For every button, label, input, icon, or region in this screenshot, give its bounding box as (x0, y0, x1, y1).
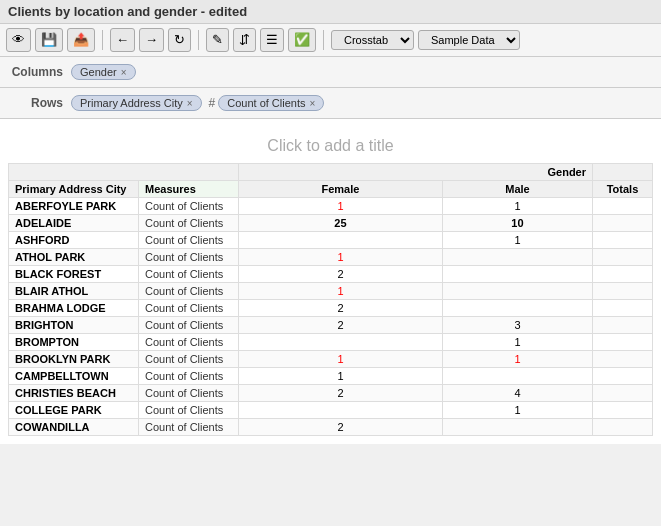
table-row: BRAHMA LODGECount of Clients2 (9, 300, 653, 317)
measure-cell: Count of Clients (139, 317, 239, 334)
female-cell: 1 (239, 249, 443, 266)
separator-3 (323, 30, 324, 50)
female-cell (239, 402, 443, 419)
gender-pill-remove[interactable]: × (121, 67, 127, 78)
table-button[interactable]: ☰ (260, 28, 284, 52)
male-cell (442, 419, 592, 436)
female-cell: 25 (239, 215, 443, 232)
redo-button[interactable]: → (139, 28, 164, 52)
female-cell: 1 (239, 351, 443, 368)
male-cell: 4 (442, 385, 592, 402)
totals-col-header: Totals (593, 181, 653, 198)
hash-symbol: # (209, 96, 216, 110)
female-cell: 2 (239, 419, 443, 436)
female-col-header: Female (239, 181, 443, 198)
count-pill-remove[interactable]: × (310, 98, 316, 109)
city-cell: ADELAIDE (9, 215, 139, 232)
export-button[interactable]: 📤 (67, 28, 95, 52)
rows-area: Rows Primary Address City × # Count of C… (0, 88, 661, 119)
female-cell: 1 (239, 368, 443, 385)
totals-cell (593, 300, 653, 317)
eye-button[interactable]: 👁 (6, 28, 31, 52)
table-row: BROOKLYN PARKCount of Clients11 (9, 351, 653, 368)
city-cell: COLLEGE PARK (9, 402, 139, 419)
totals-cell (593, 215, 653, 232)
measure-cell: Count of Clients (139, 351, 239, 368)
totals-cell (593, 317, 653, 334)
count-pill-text: Count of Clients (227, 97, 305, 109)
female-cell (239, 232, 443, 249)
gender-pill[interactable]: Gender × (71, 64, 136, 80)
table-row: COWANDILLACount of Clients2 (9, 419, 653, 436)
totals-cell (593, 368, 653, 385)
measure-cell: Count of Clients (139, 368, 239, 385)
table-row: CHRISTIES BEACHCount of Clients24 (9, 385, 653, 402)
city-cell: ASHFORD (9, 232, 139, 249)
totals-cell (593, 419, 653, 436)
measure-cell: Count of Clients (139, 419, 239, 436)
crosstab-select[interactable]: Crosstab (331, 30, 414, 50)
city-pill[interactable]: Primary Address City × (71, 95, 202, 111)
add-title[interactable]: Click to add a title (8, 127, 653, 163)
table-row: BROMPTONCount of Clients1 (9, 334, 653, 351)
table-row: ATHOL PARKCount of Clients1 (9, 249, 653, 266)
city-cell: BROOKLYN PARK (9, 351, 139, 368)
gender-header: Gender (239, 164, 593, 181)
totals-cell (593, 232, 653, 249)
male-cell: 1 (442, 232, 592, 249)
totals-cell (593, 198, 653, 215)
undo-button[interactable]: ← (110, 28, 135, 52)
measure-cell: Count of Clients (139, 232, 239, 249)
totals-cell (593, 402, 653, 419)
separator-2 (198, 30, 199, 50)
male-cell (442, 368, 592, 385)
title-bar: Clients by location and gender - edited (0, 0, 661, 24)
table-body: ABERFOYLE PARKCount of Clients11ADELAIDE… (9, 198, 653, 436)
female-cell (239, 334, 443, 351)
male-cell: 1 (442, 334, 592, 351)
male-cell: 1 (442, 351, 592, 368)
header-row-gender: Gender (9, 164, 653, 181)
measure-cell: Count of Clients (139, 385, 239, 402)
male-col-header: Male (442, 181, 592, 198)
totals-cell (593, 351, 653, 368)
city-cell: BLAIR ATHOL (9, 283, 139, 300)
city-cell: BRIGHTON (9, 317, 139, 334)
male-cell (442, 249, 592, 266)
history-button[interactable]: ↻ (168, 28, 191, 52)
save-button[interactable]: 💾 (35, 28, 63, 52)
male-cell (442, 266, 592, 283)
measure-cell: Count of Clients (139, 266, 239, 283)
totals-cell (593, 283, 653, 300)
city-cell: BROMPTON (9, 334, 139, 351)
content-area: Click to add a title Gender Primary Addr… (0, 119, 661, 444)
male-cell (442, 283, 592, 300)
male-cell: 10 (442, 215, 592, 232)
city-cell: ABERFOYLE PARK (9, 198, 139, 215)
sort-button[interactable]: ⇵ (233, 28, 256, 52)
female-cell: 1 (239, 283, 443, 300)
table-row: ADELAIDECount of Clients2510 (9, 215, 653, 232)
table-row: CAMPBELLTOWNCount of Clients1 (9, 368, 653, 385)
toolbar: 👁 💾 📤 ← → ↻ ✎ ⇵ ☰ ✅ Crosstab Sample Data (0, 24, 661, 57)
measures-col-header: Measures (139, 181, 239, 198)
city-pill-remove[interactable]: × (187, 98, 193, 109)
separator-1 (102, 30, 103, 50)
totals-cell (593, 249, 653, 266)
sample-data-select[interactable]: Sample Data (418, 30, 520, 50)
measure-cell: Count of Clients (139, 198, 239, 215)
columns-row: Columns Gender × (8, 61, 653, 83)
edit-button[interactable]: ✎ (206, 28, 229, 52)
count-pill[interactable]: Count of Clients × (218, 95, 324, 111)
city-col-header: Primary Address City (9, 181, 139, 198)
city-cell: CHRISTIES BEACH (9, 385, 139, 402)
table-row: ABERFOYLE PARKCount of Clients11 (9, 198, 653, 215)
female-cell: 2 (239, 317, 443, 334)
rows-label: Rows (8, 96, 63, 110)
measure-cell: Count of Clients (139, 249, 239, 266)
male-cell: 1 (442, 402, 592, 419)
check-button[interactable]: ✅ (288, 28, 316, 52)
window-title: Clients by location and gender - edited (8, 4, 247, 19)
female-cell: 2 (239, 300, 443, 317)
rows-row: Rows Primary Address City × # Count of C… (8, 92, 653, 114)
